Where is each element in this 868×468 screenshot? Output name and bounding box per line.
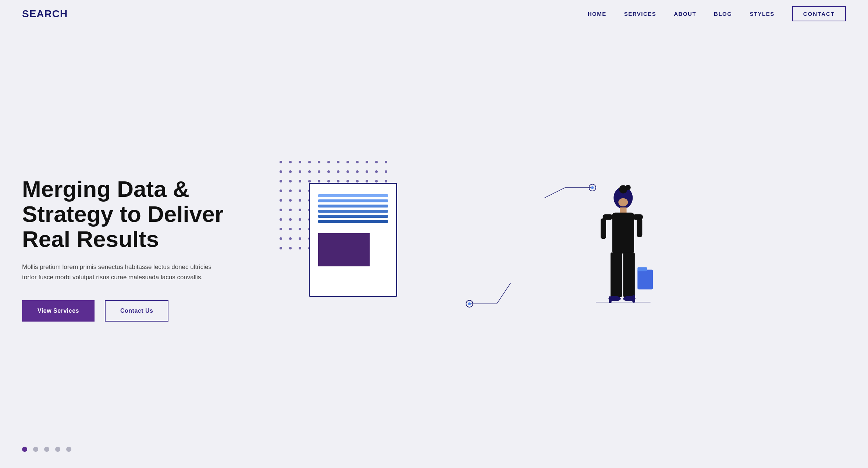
svg-point-26 [619, 199, 622, 202]
dot-grid-dot [299, 180, 301, 182]
dot-grid-dot [299, 199, 301, 202]
svg-point-27 [624, 199, 627, 202]
svg-rect-15 [601, 218, 606, 239]
dot-grid-dot [299, 247, 301, 249]
dot-grid-dot [289, 228, 292, 230]
page-dot-3[interactable] [44, 447, 49, 452]
dot-grid-dot [375, 180, 378, 182]
svg-line-5 [497, 283, 511, 304]
dot-grid-dot [289, 161, 292, 163]
doc-lines [318, 194, 388, 223]
dot-grid-dot [289, 218, 292, 221]
dot-grid-dot [337, 161, 339, 163]
svg-point-10 [625, 185, 631, 190]
dot-grid-dot [299, 189, 301, 192]
nav-link-styles[interactable]: STYLES [750, 11, 774, 17]
dot-grid-dot [385, 161, 387, 163]
dot-grid-dot [366, 161, 368, 163]
svg-rect-24 [637, 270, 653, 290]
nav-link-services[interactable]: SERVICES [624, 11, 657, 17]
dot-grid-dot [289, 199, 292, 202]
svg-line-1 [545, 188, 565, 198]
dot-grid-dot [280, 218, 282, 221]
svg-point-9 [619, 185, 627, 193]
page-dot-2[interactable] [33, 447, 38, 452]
view-services-button[interactable]: View Services [22, 300, 95, 322]
dot-grid-dot [289, 247, 292, 249]
dot-grid-dot [289, 237, 292, 240]
nav-item-services[interactable]: SERVICES [624, 11, 657, 17]
svg-point-2 [589, 184, 596, 191]
page-dot-1[interactable] [22, 447, 27, 452]
svg-rect-20 [609, 296, 611, 303]
page-dot-5[interactable] [66, 447, 71, 452]
dot-grid-dot [280, 237, 282, 240]
svg-rect-22 [632, 295, 635, 302]
svg-point-21 [623, 296, 635, 301]
contact-us-button[interactable]: Contact Us [105, 300, 168, 322]
hero-subtitle: Mollis pretium lorem primis senectus hab… [22, 262, 213, 283]
dot-grid-dot [375, 170, 378, 173]
nav-item-styles[interactable]: STYLES [750, 11, 774, 17]
document-card [309, 183, 397, 297]
dot-grid-dot [337, 180, 339, 182]
dot-grid-dot [346, 170, 349, 173]
dot-grid-dot [299, 161, 301, 163]
nav-item-blog[interactable]: BLOG [714, 11, 732, 17]
nav-links: HOME SERVICES ABOUT BLOG STYLES CONTACT [588, 11, 846, 17]
svg-point-7 [468, 302, 471, 305]
page-dot-4[interactable] [55, 447, 60, 452]
dot-grid-dot [280, 161, 282, 163]
dot-grid-dot [308, 161, 311, 163]
nav-item-about[interactable]: ABOUT [674, 11, 696, 17]
doc-line-2 [318, 199, 388, 202]
dot-grid-dot [356, 170, 359, 173]
doc-block [318, 233, 370, 266]
dot-grid-dot [385, 180, 387, 182]
svg-point-3 [591, 186, 594, 189]
doc-line-1 [318, 194, 388, 197]
dot-grid-dot [318, 180, 320, 182]
dot-grid-dot [356, 161, 359, 163]
dot-grid-dot [375, 161, 378, 163]
dot-grid-dot [299, 170, 301, 173]
dot-grid-dot [280, 228, 282, 230]
doc-line-3 [318, 205, 388, 208]
svg-point-28 [618, 198, 628, 206]
dot-grid-dot [299, 237, 301, 240]
hero-section: Merging Data & Strategy to Deliver Real … [0, 28, 868, 463]
nav-link-about[interactable]: ABOUT [674, 11, 696, 17]
doc-line-4 [318, 210, 388, 213]
svg-rect-13 [603, 214, 613, 220]
dot-grid-dot [289, 170, 292, 173]
dot-grid-dot [280, 247, 282, 249]
svg-rect-14 [633, 214, 643, 220]
nav-link-home[interactable]: HOME [588, 11, 606, 17]
dot-grid-dot [280, 199, 282, 202]
dot-grid-dot [385, 170, 387, 173]
nav-item-contact[interactable]: CONTACT [792, 11, 846, 17]
nav-link-blog[interactable]: BLOG [714, 11, 732, 17]
doc-line-5 [318, 215, 388, 218]
dot-grid-dot [289, 189, 292, 192]
dot-grid-dot [308, 170, 311, 173]
svg-rect-18 [623, 252, 635, 297]
dot-grid-dot [346, 161, 349, 163]
dot-grid-dot [299, 218, 301, 221]
svg-rect-16 [637, 218, 642, 237]
dot-grid-dot [299, 228, 301, 230]
dot-grid-dot [280, 180, 282, 182]
svg-rect-11 [620, 208, 627, 214]
dot-grid-dot [280, 189, 282, 192]
dot-grid-dot [366, 170, 368, 173]
svg-point-19 [608, 296, 620, 301]
dot-grid-dot [327, 180, 330, 182]
dot-grid-dot [280, 209, 282, 211]
svg-rect-12 [612, 213, 634, 253]
nav-link-contact[interactable]: CONTACT [792, 6, 846, 21]
dot-grid-dot [289, 209, 292, 211]
dot-grid-dot [289, 180, 292, 182]
nav-item-home[interactable]: HOME [588, 11, 606, 17]
brand-logo[interactable]: SEARCH [22, 8, 68, 20]
hero-buttons: View Services Contact Us [22, 300, 250, 322]
